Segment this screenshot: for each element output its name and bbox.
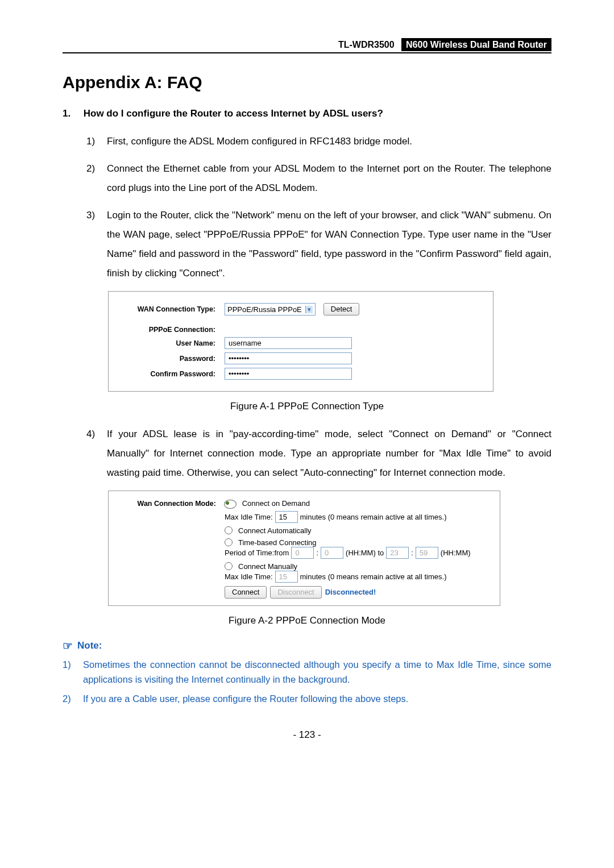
wan-conn-mode-label: Wan Connection Mode: xyxy=(117,500,224,508)
colon-sep: : xyxy=(411,549,413,557)
note-2: 2) If you are a Cable user, please confi… xyxy=(63,691,551,706)
wan-conn-type-value: PPPoE/Russia PPPoE xyxy=(227,305,302,314)
step-1: 1) First, configure the ADSL Modem confi… xyxy=(86,132,551,151)
question-text: How do I configure the Router to access … xyxy=(84,108,383,119)
figure-a1-caption: Figure A-1 PPPoE Connection Type xyxy=(63,401,551,412)
opt-connect-auto: Connect Automatically xyxy=(238,526,312,535)
step-2: 2) Connect the Ethernet cable from your … xyxy=(86,159,551,198)
note-text: If you are a Cable user, please configur… xyxy=(83,693,408,704)
username-input[interactable]: username xyxy=(225,337,352,349)
step-text: Login to the Router, click the "Network"… xyxy=(107,210,551,279)
figure-a2-panel: Wan Connection Mode: Connect on Demand M… xyxy=(108,491,500,606)
step-text: First, configure the ADSL Modem configur… xyxy=(107,136,412,147)
max-idle-suffix-2: minutes (0 means remain active at all ti… xyxy=(300,572,447,581)
step-num: 2) xyxy=(86,159,95,178)
confirm-password-label: Confirm Password: xyxy=(119,370,225,378)
period-from-hh[interactable]: 0 xyxy=(291,547,314,559)
connect-button[interactable]: Connect xyxy=(225,586,267,599)
password-label: Password: xyxy=(119,355,225,363)
password-input[interactable]: •••••••• xyxy=(225,352,352,364)
question-number: 1. xyxy=(63,108,81,119)
radio-connect-manually[interactable] xyxy=(225,562,233,570)
radio-connect-auto[interactable] xyxy=(225,526,233,534)
detect-button[interactable]: Detect xyxy=(323,303,360,315)
max-idle-label: Max Idle Time: xyxy=(225,513,273,521)
step-num: 4) xyxy=(86,425,95,444)
confirm-password-input[interactable]: •••••••• xyxy=(225,368,352,380)
radio-connect-on-demand[interactable] xyxy=(224,500,237,509)
step-num: 3) xyxy=(86,206,95,225)
opt-time-based: Time-based Connecting xyxy=(238,538,317,547)
pointing-hand-icon: ☞ xyxy=(63,639,73,653)
disconnect-button[interactable]: Disconnect xyxy=(270,586,321,599)
note-1: 1) Sometimes the connection cannot be di… xyxy=(63,657,551,687)
period-to-hh[interactable]: 23 xyxy=(386,547,409,559)
step-num: 1) xyxy=(86,132,95,151)
period-label: Period of Time:from xyxy=(225,549,289,557)
pppoe-conn-label: PPPoE Connection: xyxy=(119,326,225,334)
max-idle-input-1[interactable]: 15 xyxy=(275,511,298,523)
radio-time-based[interactable] xyxy=(225,538,233,546)
figure-a2-caption: Figure A-2 PPPoE Connection Mode xyxy=(63,615,551,626)
period-from-mm[interactable]: 0 xyxy=(321,547,343,559)
hhmm-to: (HH:MM) to xyxy=(346,549,384,557)
step-text: If your ADSL lease is in "pay-according-… xyxy=(107,429,551,478)
period-to-mm[interactable]: 59 xyxy=(416,547,438,559)
max-idle-label-2: Max Idle Time: xyxy=(225,572,273,581)
header-product: N600 Wireless Dual Band Router xyxy=(401,38,551,51)
username-label: User Name: xyxy=(119,339,225,347)
max-idle-input-2[interactable]: 15 xyxy=(275,571,298,583)
hhmm: (HH:MM) xyxy=(441,549,471,557)
chevron-down-icon: ▾ xyxy=(305,306,313,313)
wan-conn-type-label: WAN Connection Type: xyxy=(119,305,225,313)
page-number: - 123 - xyxy=(63,729,551,741)
step-3: 3) Login to the Router, click the "Netwo… xyxy=(86,206,551,283)
note-text: Sometimes the connection cannot be disco… xyxy=(83,659,551,684)
doc-header: TL-WDR3500 N600 Wireless Dual Band Route… xyxy=(63,40,551,53)
page-title: Appendix A: FAQ xyxy=(63,73,551,92)
note-label: Note: xyxy=(77,640,102,651)
step-text: Connect the Ethernet cable from your ADS… xyxy=(107,163,551,193)
connection-status: Disconnected! xyxy=(325,588,376,596)
figure-a1-panel: WAN Connection Type: PPPoE/Russia PPPoE … xyxy=(108,291,493,392)
opt-connect-on-demand: Connect on Demand xyxy=(242,499,310,508)
opt-connect-manually: Connect Manually xyxy=(238,562,297,571)
header-model: TL-WDR3500 xyxy=(338,40,395,49)
note-heading: ☞ Note: xyxy=(63,639,551,653)
step-4: 4) If your ADSL lease is in "pay-accordi… xyxy=(86,425,551,483)
wan-conn-type-select[interactable]: PPPoE/Russia PPPoE ▾ xyxy=(225,303,316,315)
max-idle-suffix: minutes (0 means remain active at all ti… xyxy=(300,513,447,521)
colon-sep: : xyxy=(316,549,318,557)
note-num: 1) xyxy=(63,657,71,672)
note-num: 2) xyxy=(63,691,71,706)
question-1: 1. How do I configure the Router to acce… xyxy=(63,108,551,119)
